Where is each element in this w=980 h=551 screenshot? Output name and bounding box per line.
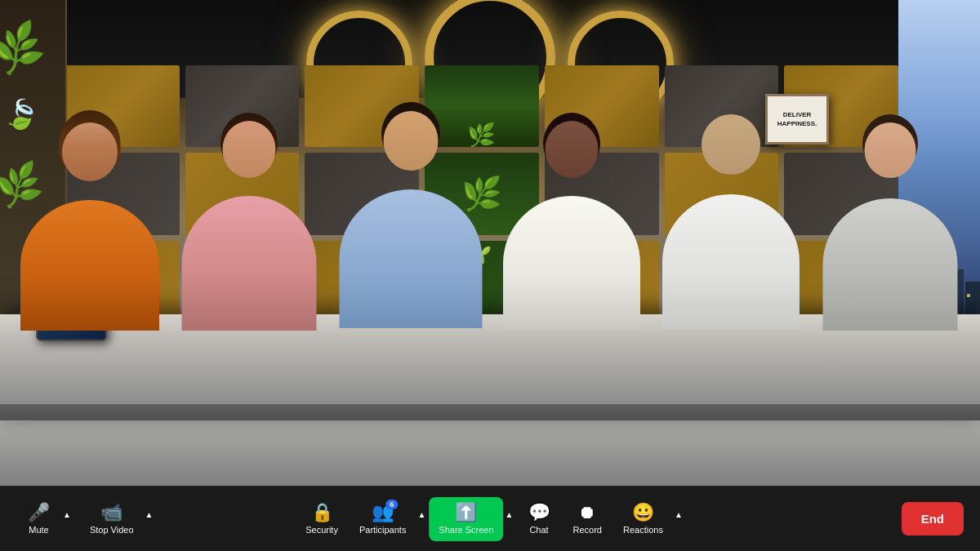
stop-video-group: 📹 Stop Video ▲ bbox=[80, 497, 155, 541]
reactions-arrow[interactable]: ▲ bbox=[673, 507, 684, 522]
record-label: Record bbox=[573, 525, 602, 535]
mute-arrow[interactable]: ▲ bbox=[61, 507, 73, 522]
participants-group: 👥 6 Participants ▲ bbox=[350, 497, 427, 541]
stop-video-label: Stop Video bbox=[90, 525, 134, 535]
share-screen-icon: ⬆️ bbox=[455, 504, 477, 522]
person-2 bbox=[170, 106, 329, 327]
toolbar: 🎤 Mute ▲ 📹 Stop Video ▲ 🔒 Security bbox=[0, 486, 980, 551]
share-screen-group: ⬆️ Share Screen ▲ bbox=[429, 497, 514, 541]
chat-button[interactable]: 💬 Chat bbox=[517, 497, 562, 541]
floor-base bbox=[0, 404, 980, 420]
person-6 bbox=[811, 106, 970, 327]
security-icon: 🔒 bbox=[311, 504, 333, 522]
end-button[interactable]: End bbox=[902, 502, 964, 535]
share-screen-arrow[interactable]: ▲ bbox=[504, 507, 515, 522]
participants-button[interactable]: 👥 6 Participants bbox=[350, 497, 416, 541]
reactions-button[interactable]: 😀 Reactions bbox=[613, 497, 673, 541]
mute-label: Mute bbox=[29, 525, 48, 535]
people-row bbox=[0, 98, 980, 327]
toolbar-right: End bbox=[902, 502, 964, 535]
person-5 bbox=[652, 106, 811, 327]
person-4 bbox=[492, 106, 652, 327]
video-icon: 📹 bbox=[100, 504, 122, 522]
participants-badge: 6 bbox=[385, 500, 398, 509]
mute-group: 🎤 Mute ▲ bbox=[16, 497, 73, 541]
chat-icon: 💬 bbox=[528, 504, 550, 522]
security-button[interactable]: 🔒 Security bbox=[296, 497, 348, 541]
reactions-icon: 😀 bbox=[632, 504, 654, 522]
video-arrow[interactable]: ▲ bbox=[144, 507, 155, 522]
mute-icon: 🎤 bbox=[28, 504, 50, 522]
record-button[interactable]: ⏺ Record bbox=[564, 497, 612, 541]
person-3 bbox=[329, 98, 492, 327]
chat-label: Chat bbox=[529, 525, 548, 535]
stop-video-button[interactable]: 📹 Stop Video bbox=[80, 497, 144, 541]
reactions-group: 😀 Reactions ▲ bbox=[613, 497, 684, 541]
mute-button[interactable]: 🎤 Mute bbox=[16, 497, 61, 541]
toolbar-left: 🎤 Mute ▲ 📹 Stop Video ▲ bbox=[16, 497, 154, 541]
reactions-label: Reactions bbox=[623, 525, 663, 535]
participants-label: Participants bbox=[359, 525, 406, 535]
participants-arrow[interactable]: ▲ bbox=[416, 507, 427, 522]
app: 🌿 🌿 🌱 bbox=[0, 0, 980, 551]
person-1 bbox=[11, 106, 170, 327]
share-screen-label: Share Screen bbox=[439, 525, 493, 535]
security-label: Security bbox=[305, 525, 338, 535]
share-screen-button[interactable]: ⬆️ Share Screen bbox=[429, 497, 503, 541]
toolbar-center: 🔒 Security 👥 6 Participants ▲ ⬆️ Sh bbox=[296, 497, 684, 541]
participants-icon-wrap: 👥 6 bbox=[372, 504, 394, 522]
video-area: 🌿 🌿 🌱 bbox=[0, 0, 980, 486]
record-icon: ⏺ bbox=[578, 504, 596, 522]
